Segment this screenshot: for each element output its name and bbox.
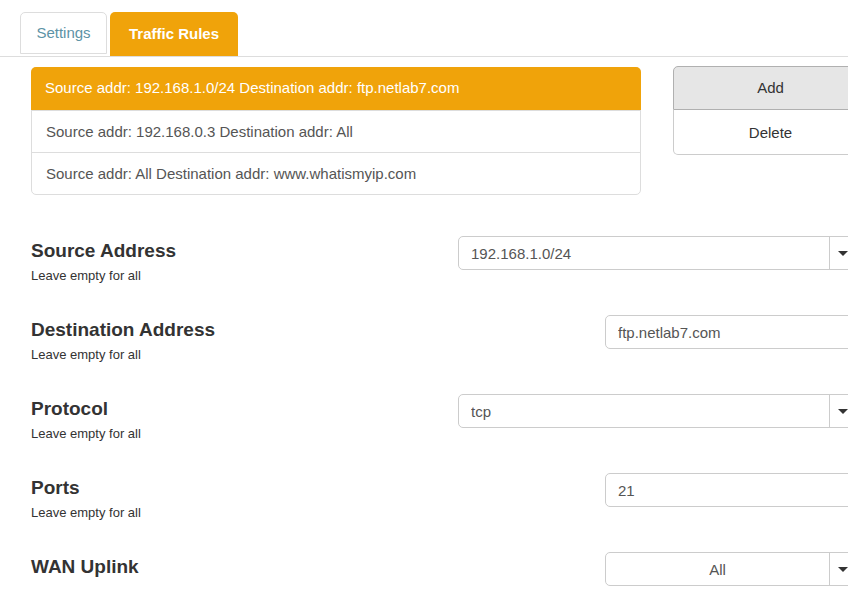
- tab-traffic-rules[interactable]: Traffic Rules: [110, 12, 238, 56]
- rule-actions: Add Delete: [673, 66, 848, 155]
- add-button[interactable]: Add: [673, 66, 848, 110]
- destination-address-hint: Leave empty for all: [31, 347, 141, 362]
- tab-settings[interactable]: Settings: [20, 12, 107, 54]
- caret-down-icon: [838, 251, 848, 256]
- delete-button[interactable]: Delete: [673, 110, 848, 155]
- ports-label: Ports: [31, 477, 80, 499]
- caret-down-icon: [838, 567, 848, 572]
- wan-uplink-dropdown-button[interactable]: [829, 553, 848, 585]
- source-address-input[interactable]: [459, 237, 829, 269]
- traffic-rules-list: Source addr: 192.168.1.0/24 Destination …: [31, 67, 641, 195]
- source-address-combobox: [458, 236, 848, 270]
- protocol-hint: Leave empty for all: [31, 426, 141, 441]
- ports-input[interactable]: [605, 473, 848, 507]
- protocol-input[interactable]: [459, 395, 829, 427]
- protocol-combobox: [458, 394, 848, 428]
- destination-address-label: Destination Address: [31, 319, 215, 341]
- protocol-label: Protocol: [31, 398, 108, 420]
- traffic-rule-item[interactable]: Source addr: 192.168.0.3 Destination add…: [32, 110, 640, 152]
- wan-uplink-select[interactable]: All: [605, 552, 848, 586]
- traffic-rule-item[interactable]: Source addr: All Destination addr: www.w…: [32, 152, 640, 194]
- traffic-rule-item-selected[interactable]: Source addr: 192.168.1.0/24 Destination …: [31, 67, 641, 110]
- source-address-hint: Leave empty for all: [31, 268, 141, 283]
- tab-bar-divider: [0, 56, 848, 57]
- destination-address-input[interactable]: [605, 315, 848, 349]
- traffic-rules-page: Settings Traffic Rules Source addr: 192.…: [0, 0, 848, 615]
- ports-hint: Leave empty for all: [31, 505, 141, 520]
- wan-uplink-label: WAN Uplink: [31, 556, 139, 578]
- caret-down-icon: [838, 409, 848, 414]
- wan-uplink-value: All: [606, 553, 829, 585]
- source-address-label: Source Address: [31, 240, 176, 262]
- source-address-dropdown-button[interactable]: [829, 237, 848, 269]
- protocol-dropdown-button[interactable]: [829, 395, 848, 427]
